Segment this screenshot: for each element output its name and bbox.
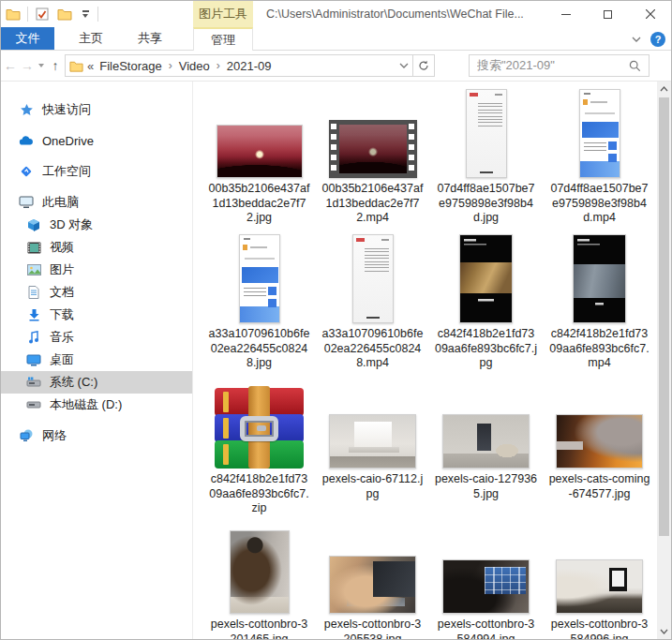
help-icon[interactable]: ? — [650, 32, 665, 47]
sidebar-item-onedrive[interactable]: OneDrive — [1, 129, 192, 152]
file-item[interactable]: c842f418b2e1fd7309aa6fe893bc6fc7.mp4 — [543, 232, 656, 378]
file-name: 00b35b2106e437af1d13beddac2e7f72.jpg — [208, 182, 311, 226]
tab-file[interactable]: 文件 — [1, 27, 54, 50]
breadcrumb-segment[interactable]: FileStorage — [99, 59, 161, 73]
file-thumbnail-phone-stone-photo — [442, 378, 530, 469]
file-item[interactable]: 07d4ff8ae1507be7e9759898e3f98b4d.mp4 — [543, 87, 656, 232]
sidebar-item-quick-access[interactable]: 快速访问 — [1, 98, 192, 121]
recent-locations-dropdown-icon[interactable] — [38, 64, 44, 67]
sidebar-item-videos[interactable]: 视频 — [1, 236, 192, 259]
customize-toolbar-dropdown-icon[interactable] — [79, 10, 92, 18]
sidebar-item-music[interactable]: 音乐 — [1, 326, 192, 349]
tab-home[interactable]: 主页 — [68, 27, 113, 50]
file-item[interactable]: pexels-cottonbro-3205538.jpg — [316, 523, 429, 639]
breadcrumb-separator[interactable]: › — [162, 59, 179, 72]
file-name: 00b35b2106e437af1d13beddac2e7f72.mp4 — [321, 182, 425, 226]
sidebar-item-documents[interactable]: 文档 — [1, 281, 192, 304]
file-item[interactable]: pexels-caio-67112.jpg — [316, 378, 429, 523]
file-item[interactable]: pexels-cottonbro-3201465.jpg — [202, 523, 316, 639]
scroll-up-icon[interactable] — [657, 82, 671, 97]
file-name: a33a10709610b6fe02ea226455c08248.mp4 — [321, 327, 425, 371]
close-button[interactable] — [629, 1, 671, 27]
file-item[interactable]: pexels-cats-coming-674577.jpg — [543, 378, 656, 523]
file-thumbnail-laptop-screen-photo — [442, 523, 530, 614]
file-thumbnail-sunset-video — [329, 87, 417, 178]
address-bar[interactable]: « FileStorage › Video › 2021-09 — [65, 54, 413, 77]
winrar-archive-icon — [215, 378, 304, 469]
diamond-icon — [19, 164, 34, 179]
breadcrumb-segment[interactable]: 2021-09 — [227, 59, 272, 73]
file-thumbnail-phone-screenshot — [239, 232, 280, 323]
sidebar-item-downloads[interactable]: 下载 — [1, 304, 192, 326]
file-thumbnail-dark-video-still — [459, 232, 513, 323]
quick-access-toolbar — [1, 1, 98, 27]
sidebar-item-desktop[interactable]: 桌面 — [1, 349, 192, 371]
file-list-pane: 00b35b2106e437af1d13beddac2e7f72.jpg 00b… — [193, 82, 657, 639]
breadcrumb-overflow[interactable]: « — [83, 59, 99, 73]
c-drive-icon — [26, 375, 41, 390]
search-input[interactable]: 搜索"2021-09" — [469, 54, 650, 77]
collapse-ribbon-chevron-icon[interactable] — [632, 37, 641, 42]
address-dropdown-chevron-icon[interactable] — [399, 63, 409, 68]
file-item[interactable]: pexels-cottonbro-3584994.jpg — [429, 523, 543, 639]
file-name: pexels-cottonbro-3201465.jpg — [208, 618, 311, 639]
file-item[interactable]: pexels-caio-1279365.jpg — [429, 378, 543, 523]
back-button[interactable]: ← — [3, 58, 18, 73]
tab-share[interactable]: 共享 — [127, 27, 172, 50]
sidebar-item-network[interactable]: 网络 — [1, 424, 192, 447]
navigation-pane: 快速访问 OneDrive 工作空间 此电脑 3D 对象 — [1, 82, 193, 639]
file-name: pexels-cottonbro-3584996.jpg — [548, 618, 651, 639]
file-item[interactable]: a33a10709610b6fe02ea226455c08248.jpg — [202, 232, 316, 378]
sidebar-item-local-d-drive[interactable]: 本地磁盘 (D:) — [1, 394, 192, 416]
new-folder-button[interactable] — [56, 5, 73, 23]
file-item[interactable]: pexels-cottonbro-3584996.jpg — [543, 523, 656, 639]
file-name: pexels-caio-67112.jpg — [321, 472, 425, 501]
file-name: pexels-cottonbro-3584994.jpg — [435, 618, 538, 639]
sidebar-item-this-pc[interactable]: 此电脑 — [1, 191, 192, 214]
sidebar-item-3d-objects[interactable]: 3D 对象 — [1, 214, 192, 236]
breadcrumb-separator[interactable]: › — [210, 59, 227, 72]
file-item[interactable]: c842f418b2e1fd7309aa6fe893bc6fc7.jpg — [429, 232, 543, 378]
scroll-down-icon[interactable] — [657, 624, 671, 639]
divider — [97, 7, 98, 22]
file-thumbnail-cat-photo — [556, 378, 643, 469]
up-button[interactable]: ↑ — [48, 58, 63, 73]
star-icon — [19, 102, 34, 117]
search-icon[interactable] — [629, 60, 641, 72]
music-note-icon — [26, 330, 41, 345]
filmstrip-icon — [329, 120, 417, 178]
vertical-scrollbar[interactable] — [657, 82, 671, 639]
breadcrumb-segment[interactable]: Video — [179, 59, 210, 73]
sidebar-item-workspace[interactable]: 工作空间 — [1, 160, 192, 183]
file-item[interactable]: 07d4ff8ae1507be7e9759898e3f98b4d.jpg — [429, 87, 543, 232]
computer-icon — [19, 195, 34, 210]
forward-button[interactable]: → — [20, 58, 35, 73]
properties-check-button[interactable] — [34, 5, 51, 23]
file-item[interactable]: c842f418b2e1fd7309aa6fe893bc6fc7.zip — [202, 378, 316, 523]
d-drive-icon — [26, 397, 41, 412]
file-item[interactable]: a33a10709610b6fe02ea226455c08248.mp4 — [316, 232, 429, 378]
file-name: 07d4ff8ae1507be7e9759898e3f98b4d.mp4 — [548, 182, 651, 226]
file-thumbnail-sunset-photo — [217, 87, 303, 178]
search-placeholder: 搜索"2021-09" — [477, 57, 629, 74]
minimize-button[interactable] — [545, 1, 587, 27]
file-thumbnail-laptop-photo — [329, 378, 416, 469]
file-item[interactable]: 00b35b2106e437af1d13beddac2e7f72.jpg — [202, 87, 316, 232]
film-icon — [26, 240, 41, 255]
file-item[interactable]: 00b35b2106e437af1d13beddac2e7f72.mp4 — [316, 87, 429, 232]
tab-manage[interactable]: 管理 — [193, 27, 253, 51]
refresh-button[interactable] — [413, 54, 435, 77]
sidebar-item-system-c-drive[interactable]: 系统 (C:) — [1, 371, 192, 394]
sidebar-item-pictures[interactable]: 图片 — [1, 259, 192, 281]
ribbon-tab-bar: 文件 主页 共享 查看 管理 ? — [1, 27, 671, 51]
file-name: pexels-cats-coming-674577.jpg — [548, 472, 651, 501]
app-folder-icon — [5, 5, 22, 23]
picture-icon — [26, 262, 41, 277]
maximize-button[interactable] — [587, 1, 629, 27]
cloud-icon — [19, 133, 34, 148]
network-icon — [19, 428, 34, 443]
file-thumbnail-desk-frame-photo — [556, 523, 643, 614]
address-folder-icon — [69, 60, 83, 72]
file-name: pexels-cottonbro-3205538.jpg — [321, 618, 425, 639]
scrollbar-thumb[interactable] — [659, 97, 669, 536]
